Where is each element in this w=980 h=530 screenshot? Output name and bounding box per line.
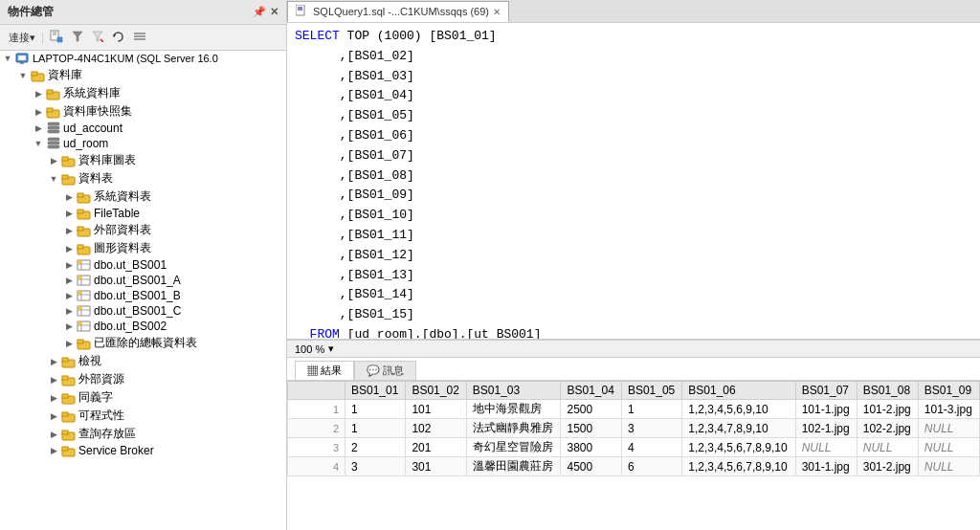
folder-sys-tables-icon <box>77 190 92 204</box>
dbo-bs001-a-label: dbo.ut_BS001_A <box>94 274 181 287</box>
toggle-views[interactable]: ▶ <box>46 357 61 366</box>
toggle-ext-tables[interactable]: ▶ <box>61 226 77 235</box>
toggle-dbo-bs001-a[interactable]: ▶ <box>61 276 77 285</box>
options-icon[interactable] <box>130 30 149 45</box>
table-icon-bs001-c <box>77 304 92 318</box>
tree-item-server[interactable]: ▼ LAPTOP-4N4C1KUM (SQL Server 16.0 <box>0 51 286 66</box>
tree-item-dbo-bs001[interactable]: ▶ dbo.ut_BS001 <box>0 257 286 273</box>
tree-item-ext-resources[interactable]: ▶ 外部資源 <box>0 370 286 388</box>
tree-item-service-broker[interactable]: ▶ Service Broker <box>0 443 286 458</box>
tree-item-db-snapshot[interactable]: ▶ 資料庫快照集 <box>0 102 286 121</box>
toggle-programmability[interactable]: ▶ <box>46 411 61 421</box>
tree-item-databases[interactable]: ▼ 資料庫 <box>0 66 286 84</box>
ext-tables-label: 外部資料表 <box>94 222 151 238</box>
svg-rect-63 <box>62 376 68 380</box>
toggle-databases[interactable]: ▼ <box>15 71 31 80</box>
tree-item-graph-tables[interactable]: ▶ 圖形資料表 <box>0 239 286 257</box>
svg-rect-67 <box>62 412 68 416</box>
dbo-bs002-label: dbo.ut_BS002 <box>94 320 167 333</box>
tree-item-dbo-bs002[interactable]: ▶ dbo.ut_BS002 <box>0 319 286 334</box>
cell-value: 1500 <box>561 419 621 438</box>
pin-icon[interactable]: 📌 <box>253 6 266 18</box>
tab-close-icon[interactable]: ✕ <box>493 7 501 17</box>
toggle-service-broker[interactable]: ▶ <box>46 446 61 455</box>
tree-item-query-store[interactable]: ▶ 查詢存放區 <box>0 425 286 443</box>
svg-line-6 <box>100 39 103 42</box>
toggle-system-db[interactable]: ▶ <box>31 89 46 99</box>
col-bs01-03: BS01_03 <box>466 382 561 400</box>
tree-item-ud-account[interactable]: ▶ ud_account <box>0 121 286 136</box>
zoom-dropdown-icon[interactable]: ▾ <box>328 342 334 355</box>
toggle-ud-room[interactable]: ▼ <box>31 139 46 148</box>
toggle-deleted-accounts[interactable]: ▶ <box>61 339 77 348</box>
toggle-db-snapshot[interactable]: ▶ <box>31 107 46 117</box>
sql-tab-title: SQLQuery1.sql -...C1KUM\ssqqs (69) <box>313 6 489 17</box>
tree-item-dbo-bs001-a[interactable]: ▶ dbo.ut_BS001_A <box>0 273 286 288</box>
results-tab-messages[interactable]: 💬 訊息 <box>354 361 416 380</box>
col-bs01-01: BS01_01 <box>345 382 406 400</box>
cell-value: 1,2,3,4,7,8,9,10 <box>682 419 795 438</box>
panel-header-icons: 📌 ✕ <box>253 6 278 18</box>
col-bs01-06: BS01_06 <box>682 382 795 400</box>
tree-item-file-table[interactable]: ▶ FileTable <box>0 206 286 221</box>
sql-editor[interactable]: SELECT TOP (1000) [BS01_01] ,[BS01_02] ,… <box>287 23 980 339</box>
close-panel-icon[interactable]: ✕ <box>270 6 278 18</box>
tree-item-ud-room[interactable]: ▼ ud_room <box>0 136 286 151</box>
folder-ext-tables-icon <box>77 224 92 237</box>
toggle-tables[interactable]: ▼ <box>46 174 61 184</box>
toggle-db-diagrams[interactable]: ▶ <box>46 156 61 166</box>
toggle-ud-account[interactable]: ▶ <box>31 123 46 133</box>
refresh-icon[interactable] <box>109 29 127 47</box>
toggle-server[interactable]: ▼ <box>0 54 15 63</box>
toggle-dbo-bs001-b[interactable]: ▶ <box>61 291 77 300</box>
results-tab-results[interactable]: ▦ 結果 <box>295 361 354 380</box>
svg-rect-29 <box>62 175 68 179</box>
tree-item-system-db[interactable]: ▶ 系統資料庫 <box>0 84 286 102</box>
tree-item-synonyms[interactable]: ▶ 同義字 <box>0 388 286 407</box>
deleted-accounts-label: 已匯除的總帳資料表 <box>94 335 197 351</box>
results-table-container[interactable]: BS01_01 BS01_02 BS01_03 BS01_04 BS01_05 … <box>287 381 980 530</box>
toggle-dbo-bs001[interactable]: ▶ <box>61 260 77 270</box>
svg-rect-12 <box>18 55 26 60</box>
cell-value: 102-1.jpg <box>795 419 857 438</box>
tree-item-ext-tables[interactable]: ▶ 外部資料表 <box>0 221 286 239</box>
toggle-sys-tables[interactable]: ▶ <box>61 192 77 202</box>
cell-value: 301 <box>406 457 466 476</box>
svg-rect-59 <box>78 340 83 343</box>
toggle-query-store[interactable]: ▶ <box>46 430 61 439</box>
toggle-file-table[interactable]: ▶ <box>61 209 77 218</box>
system-db-label: 系統資料庫 <box>63 85 121 101</box>
tree-item-programmability[interactable]: ▶ 可程式性 <box>0 407 286 425</box>
cell-value: 3 <box>345 457 406 476</box>
tree-item-db-diagrams[interactable]: ▶ 資料庫圖表 <box>0 151 286 169</box>
new-query-icon[interactable] <box>47 28 66 47</box>
tree-item-views[interactable]: ▶ 檢視 <box>0 352 286 370</box>
toggle-ext-resources[interactable]: ▶ <box>46 375 61 385</box>
cell-value: 101-2.jpg <box>857 400 918 419</box>
toggle-synonyms[interactable]: ▶ <box>46 393 61 403</box>
toggle-dbo-bs001-c[interactable]: ▶ <box>61 306 77 316</box>
sql-query-tab[interactable]: SQLQuery1.sql -...C1KUM\ssqqs (69) ✕ <box>287 1 509 22</box>
svg-rect-41 <box>78 260 81 264</box>
filter-icon[interactable] <box>69 29 86 46</box>
zoom-value: 100 % <box>295 343 324 355</box>
svg-marker-3 <box>57 37 62 42</box>
toggle-dbo-bs002[interactable]: ▶ <box>61 321 77 331</box>
tree-item-tables[interactable]: ▼ 資料表 <box>0 169 286 188</box>
tab-bar: SQLQuery1.sql -...C1KUM\ssqqs (69) ✕ <box>287 0 980 23</box>
tree-item-sys-tables[interactable]: ▶ 系統資料表 <box>0 188 286 206</box>
db-snapshot-label: 資料庫快照集 <box>63 103 132 120</box>
tree-container: ▼ LAPTOP-4N4C1KUM (SQL Server 16.0 ▼ 資料庫… <box>0 51 286 530</box>
tree-item-dbo-bs001-c[interactable]: ▶ dbo.ut_BS001_C <box>0 303 286 319</box>
col-bs01-02: BS01_02 <box>406 382 466 400</box>
svg-rect-65 <box>62 394 68 398</box>
stop-filter-icon[interactable] <box>89 29 106 46</box>
cell-value: 2500 <box>561 400 621 419</box>
ud-account-label: ud_account <box>63 121 122 135</box>
toggle-graph-tables[interactable]: ▶ <box>61 244 77 254</box>
tree-item-deleted-accounts[interactable]: ▶ 已匯除的總帳資料表 <box>0 334 286 352</box>
tree-item-dbo-bs001-b[interactable]: ▶ dbo.ut_BS001_B <box>0 288 286 303</box>
table-row: 32201奇幻星空冒險房380041,2,3,4,5,6,7,8,9,10NUL… <box>288 438 980 457</box>
ext-resources-label: 外部資源 <box>78 371 124 387</box>
connect-button[interactable]: 連接▾ <box>6 29 38 47</box>
